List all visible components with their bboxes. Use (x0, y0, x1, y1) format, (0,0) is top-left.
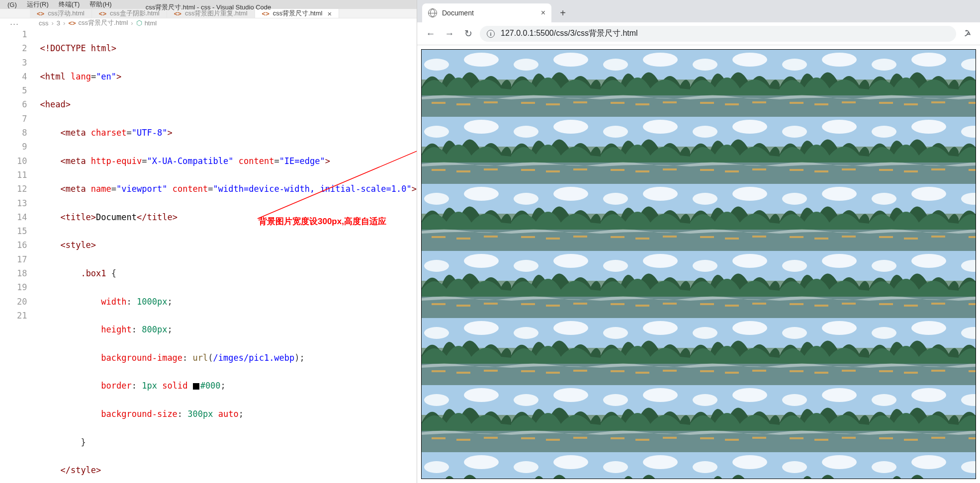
forward-button[interactable]: → (442, 26, 457, 41)
breadcrumb-seg[interactable]: css背景尺寸.html (79, 18, 128, 27)
chevron-right-icon: › (63, 19, 65, 27)
symbol-icon: ⬡ (136, 19, 142, 27)
html-file-icon: <> (99, 10, 106, 17)
menu-bar: (G) 运行(R) 终端(T) 帮助(H) (0, 0, 417, 9)
address-bar[interactable]: i 127.0.0.1:5500/css/3/css背景尺寸.html (480, 26, 956, 42)
html-file-icon: <> (174, 10, 181, 17)
chevron-right-icon: › (52, 19, 54, 27)
browser-tab-title: Document (442, 9, 474, 17)
menu-g[interactable]: (G) (2, 1, 22, 8)
breadcrumb-seg[interactable]: html (145, 19, 157, 27)
browser-toolbar: ← → ↻ i 127.0.0.1:5500/css/3/css背景尺寸.htm… (417, 22, 980, 45)
browser-tab-strip: Document × + (417, 0, 980, 22)
code-content[interactable]: <!DOCTYPE html> <html lang="en"> <head> … (40, 27, 417, 483)
menu-run[interactable]: 运行(R) (22, 0, 54, 9)
tab-label: css盒子阴影.html (110, 9, 160, 18)
annotation-text: 背景图片宽度设300px,高度自适应 (259, 216, 386, 227)
translate-icon[interactable] (963, 28, 974, 39)
page-viewport[interactable] (417, 45, 980, 483)
color-swatch-icon (193, 383, 199, 390)
code-editor[interactable]: 123456789101112131415161718192021 <!DOCT… (0, 27, 417, 483)
tab-label: css背景尺寸.html (273, 9, 323, 18)
vscode-window: (G) 运行(R) 终端(T) 帮助(H) css背景尺寸.html - css… (0, 0, 417, 483)
tab-css-bgrepeat[interactable]: <>css背景图片重复.html (167, 9, 255, 18)
close-icon[interactable]: × (327, 9, 332, 18)
site-info-icon[interactable]: i (487, 30, 495, 38)
menu-help[interactable]: 帮助(H) (85, 0, 116, 9)
tab-label: css背景图片重复.html (185, 9, 248, 18)
tab-css-float[interactable]: <>css浮动.html (30, 9, 92, 18)
html-file-icon: <> (37, 10, 44, 17)
url-text: 127.0.0.1:5500/css/3/css背景尺寸.html (501, 28, 638, 39)
new-tab-button[interactable]: + (555, 5, 570, 20)
breadcrumb[interactable]: css› 3› <>css背景尺寸.html› ⬡html (0, 18, 417, 27)
tab-css-bgsize[interactable]: <>css背景尺寸.html× (255, 9, 340, 18)
breadcrumb-seg[interactable]: css (39, 19, 49, 27)
html-file-icon: <> (262, 10, 269, 17)
tab-label: css浮动.html (48, 9, 85, 18)
browser-tab[interactable]: Document × (422, 3, 551, 22)
menu-terminal[interactable]: 终端(T) (54, 0, 85, 9)
browser-window: Document × + ← → ↻ i 127.0.0.1:5500/css/… (417, 0, 980, 483)
line-gutter: 123456789101112131415161718192021 (0, 27, 40, 483)
reload-button[interactable]: ↻ (461, 26, 476, 41)
breadcrumb-seg[interactable]: 3 (57, 19, 60, 27)
html-file-icon: <> (68, 19, 76, 27)
back-button[interactable]: ← (423, 26, 438, 41)
chevron-right-icon: › (131, 19, 133, 27)
globe-icon (428, 8, 437, 17)
editor-tabs: <>css浮动.html <>css盒子阴影.html <>css背景图片重复.… (0, 9, 417, 18)
close-icon[interactable]: × (541, 8, 545, 17)
tab-css-boxshadow[interactable]: <>css盒子阴影.html (92, 9, 167, 18)
rendered-box1 (421, 49, 976, 479)
